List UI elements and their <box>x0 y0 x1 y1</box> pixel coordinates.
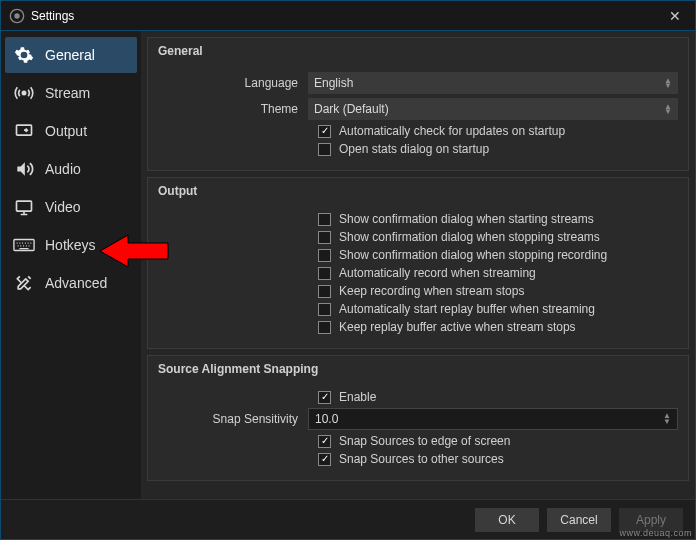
group-title: Output <box>148 178 688 204</box>
updown-icon: ▲▼ <box>663 413 671 425</box>
sidebar-item-label: Stream <box>45 85 90 101</box>
tools-icon <box>13 272 35 294</box>
confirm-stop-stream-checkbox[interactable] <box>318 231 331 244</box>
sidebar-item-label: Advanced <box>45 275 107 291</box>
keep-replay-label: Keep replay buffer active when stream st… <box>339 320 576 334</box>
sidebar-item-general[interactable]: General <box>5 37 137 73</box>
window-body: General Stream Output Audio <box>1 31 695 499</box>
auto-record-checkbox[interactable] <box>318 267 331 280</box>
audio-icon <box>13 158 35 180</box>
output-icon <box>13 120 35 142</box>
auto-update-label: Automatically check for updates on start… <box>339 124 565 138</box>
snap-sensitivity-label: Snap Sensitivity <box>158 412 308 426</box>
sidebar-item-label: Output <box>45 123 87 139</box>
snap-other-label: Snap Sources to other sources <box>339 452 504 466</box>
open-stats-label: Open stats dialog on startup <box>339 142 489 156</box>
auto-replay-checkbox[interactable] <box>318 303 331 316</box>
cancel-button[interactable]: Cancel <box>547 508 611 532</box>
group-general: General Language English ▲▼ Theme <box>147 37 689 171</box>
svg-point-1 <box>14 13 19 18</box>
window-title: Settings <box>31 9 74 23</box>
sidebar-item-stream[interactable]: Stream <box>5 75 137 111</box>
svg-rect-4 <box>17 201 32 211</box>
language-label: Language <box>158 76 308 90</box>
sidebar-item-video[interactable]: Video <box>5 189 137 225</box>
snap-other-checkbox[interactable] <box>318 453 331 466</box>
snap-edge-label: Snap Sources to edge of screen <box>339 434 510 448</box>
auto-record-label: Automatically record when streaming <box>339 266 536 280</box>
titlebar: Settings ✕ <box>1 1 695 31</box>
sidebar-item-hotkeys[interactable]: Hotkeys <box>5 227 137 263</box>
snap-enable-label: Enable <box>339 390 376 404</box>
group-snapping: Source Alignment Snapping Enable Snap Se… <box>147 355 689 481</box>
close-icon[interactable]: ✕ <box>663 8 687 24</box>
group-title: Source Alignment Snapping <box>148 356 688 382</box>
language-value: English <box>314 76 353 90</box>
snap-sensitivity-value: 10.0 <box>315 412 338 426</box>
theme-label: Theme <box>158 102 308 116</box>
confirm-stop-stream-label: Show confirmation dialog when stopping s… <box>339 230 600 244</box>
sidebar-item-advanced[interactable]: Advanced <box>5 265 137 301</box>
snap-sensitivity-input[interactable]: 10.0 ▲▼ <box>308 408 678 430</box>
app-icon <box>9 8 25 24</box>
video-icon <box>13 196 35 218</box>
confirm-stop-record-label: Show confirmation dialog when stopping r… <box>339 248 607 262</box>
ok-button[interactable]: OK <box>475 508 539 532</box>
main-panel: General Language English ▲▼ Theme <box>141 31 695 499</box>
sidebar-item-label: Audio <box>45 161 81 177</box>
footer: OK Cancel Apply <box>1 499 695 539</box>
sidebar: General Stream Output Audio <box>1 31 141 499</box>
settings-window: Settings ✕ General Stream Output <box>0 0 696 540</box>
keyboard-icon <box>13 234 35 256</box>
theme-select[interactable]: Dark (Default) ▲▼ <box>308 98 678 120</box>
gear-icon <box>13 44 35 66</box>
sidebar-item-audio[interactable]: Audio <box>5 151 137 187</box>
sidebar-item-label: Video <box>45 199 81 215</box>
open-stats-checkbox[interactable] <box>318 143 331 156</box>
group-title: General <box>148 38 688 64</box>
auto-update-checkbox[interactable] <box>318 125 331 138</box>
updown-icon: ▲▼ <box>664 78 672 88</box>
sidebar-item-output[interactable]: Output <box>5 113 137 149</box>
snap-edge-checkbox[interactable] <box>318 435 331 448</box>
confirm-start-checkbox[interactable] <box>318 213 331 226</box>
sidebar-item-label: Hotkeys <box>45 237 96 253</box>
theme-value: Dark (Default) <box>314 102 389 116</box>
sidebar-item-label: General <box>45 47 95 63</box>
confirm-stop-record-checkbox[interactable] <box>318 249 331 262</box>
snap-enable-checkbox[interactable] <box>318 391 331 404</box>
keep-recording-label: Keep recording when stream stops <box>339 284 524 298</box>
svg-point-2 <box>22 91 25 94</box>
stream-icon <box>13 82 35 104</box>
updown-icon: ▲▼ <box>664 104 672 114</box>
auto-replay-label: Automatically start replay buffer when s… <box>339 302 595 316</box>
watermark: www.deuaq.com <box>619 528 692 538</box>
keep-recording-checkbox[interactable] <box>318 285 331 298</box>
confirm-start-label: Show confirmation dialog when starting s… <box>339 212 594 226</box>
keep-replay-checkbox[interactable] <box>318 321 331 334</box>
group-output: Output Show confirmation dialog when sta… <box>147 177 689 349</box>
language-select[interactable]: English ▲▼ <box>308 72 678 94</box>
